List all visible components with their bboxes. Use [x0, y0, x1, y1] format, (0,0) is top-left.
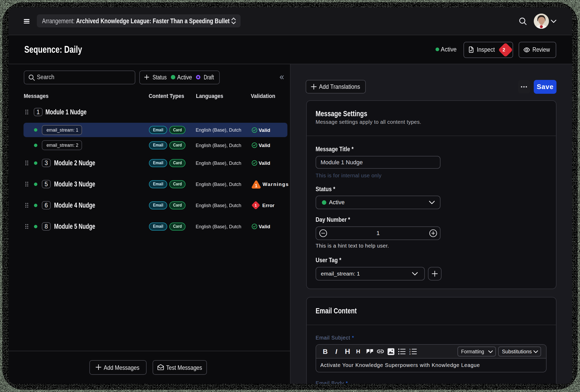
svg-text:2: 2 — [409, 350, 410, 353]
svg-text:1: 1 — [255, 183, 257, 188]
svg-text:3: 3 — [409, 353, 410, 355]
svg-text:1: 1 — [409, 348, 410, 350]
